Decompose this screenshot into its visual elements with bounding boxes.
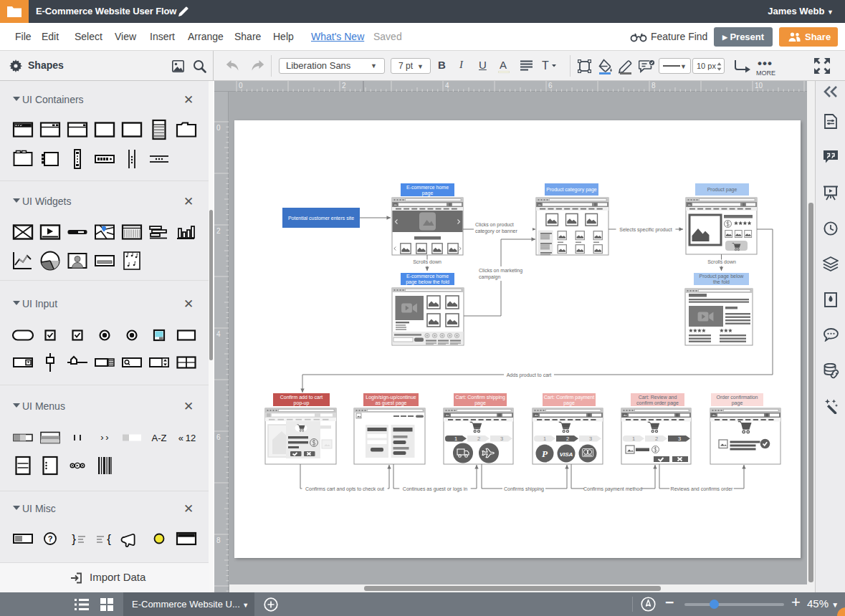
svg-text:}: } <box>72 532 76 546</box>
svg-text:8: 8 <box>651 82 656 90</box>
svg-text:Potential customer enters site: Potential customer enters site <box>288 216 354 221</box>
svg-text:Product category page: Product category page <box>546 187 597 193</box>
svg-text:VISA: VISA <box>560 451 573 458</box>
svg-text:› ›: › › <box>100 432 108 443</box>
svg-text:page: page <box>732 400 743 406</box>
svg-text:Clicks on marketing: Clicks on marketing <box>479 268 522 274</box>
svg-text:Cart: Review and: Cart: Review and <box>639 395 677 400</box>
svg-text:1: 1 <box>454 435 457 442</box>
svg-text:Confirms cart and opts to chec: Confirms cart and opts to check out <box>305 486 384 492</box>
svg-text:2: 2 <box>566 435 569 442</box>
svg-text:Continues as guest or logs in: Continues as guest or logs in <box>403 486 467 492</box>
svg-text:E-commerce home: E-commerce home <box>406 274 449 279</box>
svg-text:8: 8 <box>216 536 221 544</box>
svg-text:page: page <box>474 400 486 406</box>
svg-text:10: 10 <box>755 82 763 90</box>
svg-text:0: 0 <box>239 82 243 90</box>
svg-text:T: T <box>542 59 549 72</box>
svg-text:confirm order page: confirm order page <box>636 400 679 406</box>
svg-text:2: 2 <box>342 82 346 90</box>
svg-text:6: 6 <box>216 433 221 441</box>
svg-text:E-commerce home: E-commerce home <box>406 185 449 190</box>
svg-text:Scrolls down: Scrolls down <box>707 259 736 264</box>
svg-text:Cart: Confirm shipping: Cart: Confirm shipping <box>455 395 505 400</box>
svg-text:3: 3 <box>589 435 592 442</box>
svg-text:Reviews and confirms order: Reviews and confirms order <box>671 486 733 491</box>
svg-text:A-Z: A-Z <box>152 433 167 443</box>
svg-text:2: 2 <box>477 435 480 442</box>
svg-text:the fold: the fold <box>713 279 730 284</box>
svg-text:Selects specific product: Selects specific product <box>619 227 672 233</box>
svg-text:6: 6 <box>548 82 553 90</box>
svg-text:Product page: Product page <box>707 187 737 193</box>
svg-text:2: 2 <box>655 435 658 442</box>
svg-text:Product page below: Product page below <box>700 274 745 279</box>
svg-text:1: 1 <box>543 435 546 442</box>
svg-text:{: { <box>107 532 111 546</box>
svg-text:Clicks on product: Clicks on product <box>475 222 514 228</box>
svg-text:?: ? <box>48 534 53 543</box>
svg-text:2: 2 <box>216 227 221 235</box>
svg-text:0: 0 <box>216 124 221 132</box>
svg-text:Adds product to cart: Adds product to cart <box>507 372 552 378</box>
svg-text:Login/sign-up/continue: Login/sign-up/continue <box>366 395 416 400</box>
svg-text:3: 3 <box>500 435 503 442</box>
svg-text:page below the fold: page below the fold <box>406 279 449 285</box>
svg-text:category or banner: category or banner <box>475 228 517 234</box>
svg-text:4: 4 <box>445 82 449 90</box>
svg-text:3: 3 <box>678 435 681 442</box>
svg-text:page: page <box>422 191 434 196</box>
svg-text:campaign: campaign <box>479 274 500 280</box>
svg-text:« 12: « 12 <box>178 433 196 443</box>
svg-text:4: 4 <box>216 330 221 338</box>
svg-text:Scrolls down: Scrolls down <box>413 259 441 264</box>
svg-text:P: P <box>542 448 548 459</box>
svg-text:page: page <box>563 400 575 406</box>
svg-text:Order confirmation: Order confirmation <box>717 395 758 400</box>
svg-text:Cart: Confirm payment: Cart: Confirm payment <box>544 395 594 400</box>
svg-text:1: 1 <box>632 435 635 442</box>
svg-text:Confirms payment method: Confirms payment method <box>583 486 642 492</box>
svg-text:Confirms shipping: Confirms shipping <box>504 486 544 492</box>
svg-text:as guest page: as guest page <box>376 400 407 406</box>
svg-text:Confirm add to cart: Confirm add to cart <box>280 395 323 400</box>
svg-text:pop-up: pop-up <box>294 400 310 406</box>
